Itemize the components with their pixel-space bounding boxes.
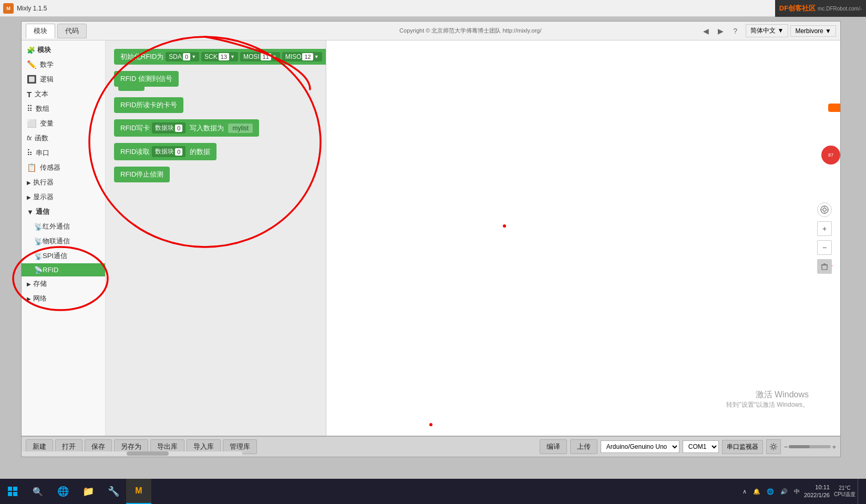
init-sck-param[interactable]: SCK 13▼ — [201, 52, 238, 61]
sidebar-item-logic[interactable]: 🔲 逻辑 — [22, 72, 105, 87]
edge-icon: 🌐 — [57, 486, 69, 497]
svg-point-9 — [772, 445, 775, 448]
svg-point-1 — [823, 208, 826, 211]
sidebar-item-label-math: 数学 — [40, 60, 54, 69]
write-block-param[interactable]: 数据块 0 — [152, 122, 185, 133]
rfid-stop-label: RFID停止侦测 — [120, 170, 163, 179]
init-sda-param[interactable]: SDA 0▼ — [166, 52, 199, 61]
show-desktop-button[interactable] — [858, 479, 862, 504]
taskbar-tools[interactable]: 🔧 — [101, 479, 126, 504]
sidebar-item-text[interactable]: T 文本 — [22, 87, 105, 101]
zoom-slider[interactable] — [789, 445, 831, 448]
df-logo-text: DF创客社区 — [779, 4, 816, 13]
sidebar-section-label-comm: 通信 — [36, 207, 49, 217]
comm-expand-icon: ▼ — [27, 208, 34, 216]
status-line2: 转到"设置"以激活 Windows。 — [726, 400, 809, 409]
sidebar-item-spi[interactable]: 📡 SPI通信 — [22, 249, 105, 263]
block-row-init: 初始化RFID为 SDA 0▼ SCK 13▼ MOSI 11▼ MISO 12… — [114, 49, 317, 65]
sidebar-item-math[interactable]: ✏️ 数学 — [22, 57, 105, 72]
settings-gear-button[interactable] — [766, 439, 781, 454]
spi-icon: 📡 — [34, 252, 43, 260]
block-row-stop: RFID停止侦测 — [114, 167, 317, 182]
mylist-param[interactable]: mylist — [228, 124, 253, 133]
sidebar-item-network[interactable]: ▶ 网络 — [22, 291, 105, 306]
sidebar-item-label-display: 显示器 — [33, 192, 54, 202]
com-selector[interactable]: COM1 — [683, 440, 719, 453]
orange-action-button[interactable]: 点我加速 — [828, 104, 840, 112]
actuator-expand-icon: ▶ — [27, 180, 31, 186]
sidebar-item-iot[interactable]: 📡 物联通信 — [22, 234, 105, 249]
init-mosi-param[interactable]: MOSI 11▼ — [240, 52, 280, 61]
canvas-area[interactable]: + − 点我加速 87 激活 Windows — [326, 40, 840, 436]
cpu-temp-label: CPU温度 — [834, 491, 855, 498]
read-block-param[interactable]: 数据块 0 — [152, 146, 185, 157]
trash-icon — [820, 262, 829, 271]
sidebar-item-actuator[interactable]: ▶ 执行器 — [22, 175, 105, 190]
upload-button[interactable]: 上传 — [570, 439, 597, 454]
windows-activation-status: 激活 Windows 转到"设置"以激活 Windows。 — [726, 389, 809, 409]
sidebar-item-kuai[interactable]: 🧩 模块 — [22, 43, 105, 57]
main-window: 模块 代码 Copyright © 北京师范大学傅骞博士团队 http://mi… — [21, 21, 841, 457]
taskbar-edge[interactable]: 🌐 — [50, 479, 76, 504]
svg-rect-17 — [13, 492, 17, 496]
sidebar-item-array[interactable]: ⠿ 数组 — [22, 101, 105, 116]
tray-notification[interactable]: 🔔 — [751, 487, 762, 496]
math-icon: ✏️ — [27, 60, 37, 69]
sidebar-item-variable[interactable]: ⬜ 变量 — [22, 116, 105, 131]
target-button[interactable] — [817, 202, 832, 217]
sidebar-item-function[interactable]: fx 函数 — [22, 131, 105, 146]
write-to-label: 写入数据为 — [190, 124, 224, 133]
toolbar: 模块 代码 Copyright © 北京师范大学傅骞博士团队 http://mi… — [22, 22, 840, 40]
block-row-detect: RFID 侦测到信号 — [114, 71, 317, 91]
taskbar-search[interactable]: 🔍 — [25, 479, 50, 504]
tab-blocks[interactable]: 模块 — [26, 24, 55, 38]
zoom-out-button[interactable]: − — [817, 240, 832, 255]
sidebar-item-label-network: 网络 — [33, 294, 47, 303]
language-selector[interactable]: 简体中文 ▼ — [746, 24, 788, 37]
help-button[interactable]: ? — [729, 25, 741, 37]
sidebar-item-storage[interactable]: ▶ 存储 — [22, 276, 105, 291]
rfid-read-block[interactable]: RFID读取 数据块 0 的数据 — [114, 143, 217, 160]
nav-back-button[interactable]: ◀ — [699, 25, 712, 37]
user-selector[interactable]: Merbivore ▼ — [790, 25, 836, 37]
sidebar-sub-label-spi: SPI通信 — [43, 251, 67, 261]
sidebar-item-display[interactable]: ▶ 显示器 — [22, 190, 105, 204]
tray-lang[interactable]: 中 — [792, 487, 802, 497]
zoom-plus[interactable]: + — [832, 443, 836, 451]
nav-forward-button[interactable]: ▶ — [714, 25, 727, 37]
tray-volume[interactable]: 🔊 — [778, 487, 790, 496]
sidebar-item-sensor[interactable]: 📋 传感器 — [22, 160, 105, 175]
board-selector[interactable]: Arduino/Genuino Uno — [601, 440, 679, 453]
blocks-panel: 初始化RFID为 SDA 0▼ SCK 13▼ MOSI 11▼ MISO 12… — [106, 40, 326, 436]
network-expand-icon: ▶ — [27, 296, 31, 302]
sidebar-item-serial[interactable]: ⠷ 串口 — [22, 146, 105, 160]
init-rfid-block[interactable]: 初始化RFID为 SDA 0▼ SCK 13▼ MOSI 11▼ MISO 12… — [114, 49, 326, 65]
iot-icon: 📡 — [34, 238, 43, 245]
sidebar-item-infrared[interactable]: 📡 红外通信 — [22, 219, 105, 234]
rfid-stop-block[interactable]: RFID停止侦测 — [114, 167, 170, 182]
tab-code[interactable]: 代码 — [57, 24, 87, 38]
sidebar-section-comm[interactable]: ▼ 通信 — [22, 204, 105, 219]
zoom-minus[interactable]: − — [784, 443, 788, 451]
sensor-icon: 📋 — [27, 163, 37, 172]
compile-button[interactable]: 编译 — [540, 439, 567, 454]
start-button[interactable] — [0, 479, 25, 504]
red-circle-button[interactable]: 87 — [821, 146, 840, 164]
trash-button[interactable] — [817, 259, 832, 274]
rfid-write-block[interactable]: RFID写卡 数据块 0 写入数据为 mylist — [114, 119, 259, 137]
sidebar-item-label-array: 数组 — [36, 104, 49, 114]
taskbar-explorer[interactable]: 📁 — [76, 479, 101, 504]
display-expand-icon: ▶ — [27, 194, 31, 200]
zoom-in-button[interactable]: + — [817, 221, 832, 236]
serial-monitor-button[interactable]: 串口监视器 — [722, 440, 763, 454]
taskbar-mixly[interactable]: M — [126, 479, 151, 504]
rfid-detect-block[interactable]: RFID 侦测到信号 — [114, 71, 179, 87]
sidebar-item-rfid[interactable]: 📡 RFID — [22, 263, 105, 276]
rfid-cardno-block[interactable]: RFID所读卡的卡号 — [114, 97, 183, 113]
svg-rect-16 — [8, 492, 12, 496]
tray-expand[interactable]: ∧ — [740, 487, 749, 496]
windows-start-icon — [7, 486, 18, 497]
tray-network[interactable]: 🌐 — [765, 487, 776, 496]
init-miso-param[interactable]: MISO 12▼ — [282, 52, 322, 61]
rfid-icon: 📡 — [34, 266, 43, 274]
